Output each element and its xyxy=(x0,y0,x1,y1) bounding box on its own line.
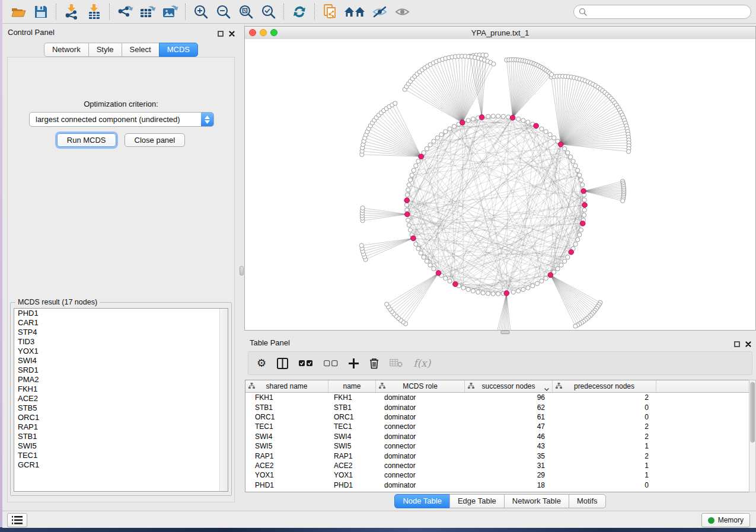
mcds-result-item[interactable]: STB1 xyxy=(14,432,228,441)
mcds-result-item[interactable]: SRD1 xyxy=(14,366,228,375)
float-panel-icon[interactable] xyxy=(734,339,740,350)
tab-node-table[interactable]: Node Table xyxy=(394,494,450,508)
table-cell: dominator xyxy=(376,432,465,441)
deselect-all-columns-icon[interactable] xyxy=(324,360,338,367)
memory-button[interactable]: Memory xyxy=(701,513,750,527)
table-settings-gear-icon[interactable]: ⚙ xyxy=(257,358,266,368)
select-all-columns-icon[interactable] xyxy=(299,360,313,367)
create-column-icon[interactable] xyxy=(349,358,359,368)
refresh-view-icon[interactable] xyxy=(288,2,311,22)
tab-motifs[interactable]: Motifs xyxy=(569,494,606,508)
mcds-result-item[interactable]: PHD1 xyxy=(14,309,228,318)
table-cell: dominator xyxy=(376,403,465,412)
close-panel-icon[interactable] xyxy=(229,28,235,39)
control-panel-tabs: Network Style Select MCDS xyxy=(2,43,240,57)
network-view-window: YPA_prune.txt_1 xyxy=(244,26,756,331)
table-row[interactable]: STB1STB1dominator620 xyxy=(245,402,749,412)
save-session-icon[interactable] xyxy=(30,2,52,22)
run-mcds-button[interactable]: Run MCDS xyxy=(57,133,116,147)
mcds-result-item[interactable]: SWI5 xyxy=(14,441,228,451)
mcds-result-item[interactable]: ORC1 xyxy=(14,413,228,422)
criterion-select[interactable]: largest connected component (undirected) xyxy=(29,112,214,127)
table-row[interactable]: SWI5SWI5connector431 xyxy=(245,441,749,451)
table-cell: 0 xyxy=(553,403,656,412)
export-table-icon[interactable] xyxy=(136,2,159,22)
table-scrollbar-thumb[interactable] xyxy=(750,382,755,443)
float-panel-icon[interactable] xyxy=(218,28,224,39)
table-cell: YOX1 xyxy=(328,471,376,479)
mcds-result-item[interactable]: YOX1 xyxy=(14,347,228,356)
toolbar-separator xyxy=(314,4,315,20)
mcds-result-item[interactable]: TID3 xyxy=(14,337,228,347)
table-cell: ORC1 xyxy=(245,413,328,421)
mcds-result-item[interactable]: TEC1 xyxy=(14,451,228,460)
table-cell: 2 xyxy=(553,422,656,431)
table-cell: ACE2 xyxy=(245,462,328,470)
network-graph[interactable] xyxy=(245,39,755,330)
table-row[interactable]: ORC1ORC1dominator610 xyxy=(245,412,749,422)
mcds-result-item[interactable]: FKH1 xyxy=(14,384,228,394)
tab-network[interactable]: Network xyxy=(44,43,89,57)
import-table-icon[interactable] xyxy=(83,2,106,22)
table-cell: dominator xyxy=(376,481,465,489)
mcds-result-item[interactable]: SWI4 xyxy=(14,356,228,366)
export-network-icon[interactable] xyxy=(114,2,136,22)
table-row[interactable]: YOX1YOX1connector291 xyxy=(245,470,749,480)
table-row[interactable]: ACE2ACE2connector311 xyxy=(245,461,749,470)
table-cell: PHD1 xyxy=(245,481,328,489)
zoom-out-icon[interactable] xyxy=(212,2,235,22)
status-menu-button[interactable] xyxy=(7,513,27,527)
mcds-result-item[interactable]: STP4 xyxy=(14,328,228,337)
column-header-successor-nodes[interactable]: successor nodes xyxy=(465,380,553,392)
import-network-icon[interactable] xyxy=(60,2,83,22)
tab-mcds[interactable]: MCDS xyxy=(159,43,198,57)
table-scrollbar[interactable] xyxy=(749,380,756,492)
mcds-result-item[interactable]: STB5 xyxy=(14,403,228,413)
table-cell: 96 xyxy=(465,393,553,402)
splitter-grip[interactable] xyxy=(500,331,510,334)
zoom-fit-icon[interactable] xyxy=(235,2,257,22)
network-canvas[interactable] xyxy=(245,39,755,330)
network-window-titlebar[interactable]: YPA_prune.txt_1 xyxy=(245,27,755,40)
horizontal-splitter[interactable] xyxy=(244,331,756,335)
delete-column-icon[interactable] xyxy=(369,358,379,369)
zoom-selected-icon[interactable] xyxy=(257,2,280,22)
mcds-result-list[interactable]: PHD1CAR1STP4TID3YOX1SWI4SRD1PMA2FKH1ACE2… xyxy=(14,308,228,492)
column-header-predecessor-nodes[interactable]: predecessor nodes xyxy=(553,380,656,392)
memory-label: Memory xyxy=(718,516,744,524)
table-row[interactable]: RAP1RAP1dominator352 xyxy=(245,451,749,460)
table-row[interactable]: FKH1FKH1dominator962 xyxy=(245,393,749,402)
table-row[interactable]: PHD1PHD1dominator180 xyxy=(245,480,749,490)
close-panel-icon[interactable] xyxy=(745,339,751,350)
splitter-grip[interactable] xyxy=(240,266,244,275)
mcds-list-scrollbar[interactable] xyxy=(219,309,228,491)
tab-select[interactable]: Select xyxy=(122,43,160,57)
table-row[interactable]: SWI4SWI4dominator462 xyxy=(245,432,749,441)
column-header-mcds-role[interactable]: MCDS role xyxy=(376,380,465,392)
export-image-icon[interactable] xyxy=(159,2,181,22)
show-columns-icon[interactable] xyxy=(277,358,288,369)
node-table: shared name name MCDS role successor nod… xyxy=(245,380,749,492)
open-file-icon[interactable] xyxy=(7,2,30,22)
tab-style[interactable]: Style xyxy=(88,43,122,57)
clone-network-icon[interactable] xyxy=(319,2,342,22)
mcds-result-item[interactable]: ACE2 xyxy=(14,394,228,403)
tab-network-table[interactable]: Network Table xyxy=(504,494,569,508)
show-all-icon[interactable] xyxy=(391,2,414,22)
mcds-result-item[interactable]: RAP1 xyxy=(14,422,228,432)
column-header-name[interactable]: name xyxy=(328,380,376,392)
close-panel-button[interactable]: Close panel xyxy=(125,133,186,147)
sort-descending-icon[interactable] xyxy=(544,384,549,393)
mcds-result-item[interactable]: GCR1 xyxy=(14,460,228,470)
mcds-result-item[interactable]: PMA2 xyxy=(14,375,228,384)
search-input[interactable] xyxy=(573,5,751,19)
column-header-shared-name[interactable]: shared name xyxy=(245,380,328,392)
hide-selected-icon[interactable] xyxy=(369,2,391,22)
table-panel-header: Table Panel xyxy=(244,335,756,350)
table-row[interactable]: TEC1TEC1connector472 xyxy=(245,422,749,431)
column-type-icon xyxy=(248,383,255,391)
zoom-in-icon[interactable] xyxy=(190,2,212,22)
mcds-result-item[interactable]: CAR1 xyxy=(14,318,228,328)
tab-edge-table[interactable]: Edge Table xyxy=(449,494,505,508)
first-neighbors-icon[interactable] xyxy=(342,2,369,22)
